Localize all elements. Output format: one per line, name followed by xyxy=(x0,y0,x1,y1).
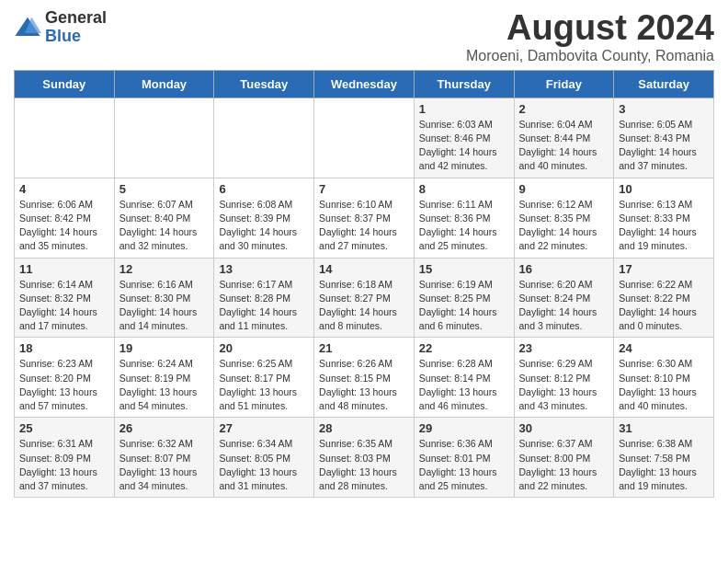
calendar-cell: 19Sunrise: 6:24 AM Sunset: 8:19 PM Dayli… xyxy=(114,338,214,418)
calendar-cell: 21Sunrise: 6:26 AM Sunset: 8:15 PM Dayli… xyxy=(314,338,415,418)
cell-info: Sunrise: 6:04 AM Sunset: 8:44 PM Dayligh… xyxy=(519,118,609,174)
day-number: 16 xyxy=(519,262,609,276)
calendar-cell xyxy=(15,98,115,178)
calendar-cell: 8Sunrise: 6:11 AM Sunset: 8:36 PM Daylig… xyxy=(414,178,514,258)
cell-info: Sunrise: 6:23 AM Sunset: 8:20 PM Dayligh… xyxy=(19,357,109,413)
cell-info: Sunrise: 6:28 AM Sunset: 8:14 PM Dayligh… xyxy=(419,357,509,413)
day-header-tuesday: Tuesday xyxy=(214,70,314,98)
logo-general: General xyxy=(45,9,107,28)
day-number: 14 xyxy=(319,262,409,276)
calendar-cell: 23Sunrise: 6:29 AM Sunset: 8:12 PM Dayli… xyxy=(514,338,614,418)
day-number: 22 xyxy=(419,341,509,355)
day-number: 13 xyxy=(219,262,309,276)
calendar-cell: 10Sunrise: 6:13 AM Sunset: 8:33 PM Dayli… xyxy=(614,178,714,258)
cell-info: Sunrise: 6:24 AM Sunset: 8:19 PM Dayligh… xyxy=(119,357,210,413)
day-number: 4 xyxy=(19,182,109,196)
calendar-cell: 15Sunrise: 6:19 AM Sunset: 8:25 PM Dayli… xyxy=(414,258,514,338)
day-number: 21 xyxy=(319,341,409,355)
calendar-cell xyxy=(314,98,415,178)
logo-text: General Blue xyxy=(45,9,107,46)
calendar-cell: 4Sunrise: 6:06 AM Sunset: 8:42 PM Daylig… xyxy=(15,178,115,258)
cell-info: Sunrise: 6:32 AM Sunset: 8:07 PM Dayligh… xyxy=(119,437,210,493)
calendar-cell: 5Sunrise: 6:07 AM Sunset: 8:40 PM Daylig… xyxy=(114,178,214,258)
cell-info: Sunrise: 6:14 AM Sunset: 8:32 PM Dayligh… xyxy=(19,278,109,334)
calendar-table: SundayMondayTuesdayWednesdayThursdayFrid… xyxy=(14,70,714,498)
day-header-sunday: Sunday xyxy=(15,70,115,98)
calendar-cell: 14Sunrise: 6:18 AM Sunset: 8:27 PM Dayli… xyxy=(314,258,415,338)
cell-info: Sunrise: 6:08 AM Sunset: 8:39 PM Dayligh… xyxy=(219,198,309,254)
cell-info: Sunrise: 6:13 AM Sunset: 8:33 PM Dayligh… xyxy=(619,198,709,254)
calendar-cell: 30Sunrise: 6:37 AM Sunset: 8:00 PM Dayli… xyxy=(514,418,614,498)
cell-info: Sunrise: 6:22 AM Sunset: 8:22 PM Dayligh… xyxy=(619,278,709,334)
calendar-cell: 22Sunrise: 6:28 AM Sunset: 8:14 PM Dayli… xyxy=(414,338,514,418)
cell-info: Sunrise: 6:25 AM Sunset: 8:17 PM Dayligh… xyxy=(219,357,309,413)
calendar-cell: 1Sunrise: 6:03 AM Sunset: 8:46 PM Daylig… xyxy=(414,98,514,178)
day-number: 29 xyxy=(419,421,509,435)
calendar-cell: 31Sunrise: 6:38 AM Sunset: 7:58 PM Dayli… xyxy=(614,418,714,498)
day-number: 1 xyxy=(419,102,509,116)
cell-info: Sunrise: 6:18 AM Sunset: 8:27 PM Dayligh… xyxy=(319,278,409,334)
day-number: 5 xyxy=(119,182,210,196)
day-header-monday: Monday xyxy=(114,70,214,98)
day-header-friday: Friday xyxy=(514,70,614,98)
day-number: 3 xyxy=(619,102,709,116)
day-number: 10 xyxy=(619,182,709,196)
cell-info: Sunrise: 6:16 AM Sunset: 8:30 PM Dayligh… xyxy=(119,278,210,334)
day-number: 15 xyxy=(419,262,509,276)
cell-info: Sunrise: 6:35 AM Sunset: 8:03 PM Dayligh… xyxy=(319,437,409,493)
calendar-cell: 7Sunrise: 6:10 AM Sunset: 8:37 PM Daylig… xyxy=(314,178,415,258)
calendar-cell: 2Sunrise: 6:04 AM Sunset: 8:44 PM Daylig… xyxy=(514,98,614,178)
day-number: 24 xyxy=(619,341,709,355)
day-header-wednesday: Wednesday xyxy=(314,70,415,98)
day-number: 2 xyxy=(519,102,609,116)
day-number: 9 xyxy=(519,182,609,196)
cell-info: Sunrise: 6:30 AM Sunset: 8:10 PM Dayligh… xyxy=(619,357,709,413)
cell-info: Sunrise: 6:12 AM Sunset: 8:35 PM Dayligh… xyxy=(519,198,609,254)
page-subtitle: Moroeni, Dambovita County, Romania xyxy=(466,48,714,64)
calendar-cell: 25Sunrise: 6:31 AM Sunset: 8:09 PM Dayli… xyxy=(15,418,115,498)
day-number: 20 xyxy=(219,341,309,355)
day-number: 8 xyxy=(419,182,509,196)
calendar-cell: 24Sunrise: 6:30 AM Sunset: 8:10 PM Dayli… xyxy=(614,338,714,418)
logo: General Blue xyxy=(14,9,107,46)
day-number: 28 xyxy=(319,421,409,435)
day-number: 7 xyxy=(319,182,409,196)
logo-icon xyxy=(14,14,41,41)
cell-info: Sunrise: 6:03 AM Sunset: 8:46 PM Dayligh… xyxy=(419,118,509,174)
day-number: 6 xyxy=(219,182,309,196)
day-header-thursday: Thursday xyxy=(414,70,514,98)
day-number: 25 xyxy=(19,421,109,435)
calendar-cell xyxy=(114,98,214,178)
cell-info: Sunrise: 6:31 AM Sunset: 8:09 PM Dayligh… xyxy=(19,437,109,493)
cell-info: Sunrise: 6:06 AM Sunset: 8:42 PM Dayligh… xyxy=(19,198,109,254)
cell-info: Sunrise: 6:38 AM Sunset: 7:58 PM Dayligh… xyxy=(619,437,709,493)
cell-info: Sunrise: 6:36 AM Sunset: 8:01 PM Dayligh… xyxy=(419,437,509,493)
logo-blue: Blue xyxy=(45,28,107,46)
cell-info: Sunrise: 6:26 AM Sunset: 8:15 PM Dayligh… xyxy=(319,357,409,413)
day-header-saturday: Saturday xyxy=(614,70,714,98)
calendar-cell: 28Sunrise: 6:35 AM Sunset: 8:03 PM Dayli… xyxy=(314,418,415,498)
calendar-cell: 17Sunrise: 6:22 AM Sunset: 8:22 PM Dayli… xyxy=(614,258,714,338)
calendar-cell: 29Sunrise: 6:36 AM Sunset: 8:01 PM Dayli… xyxy=(414,418,514,498)
cell-info: Sunrise: 6:20 AM Sunset: 8:24 PM Dayligh… xyxy=(519,278,609,334)
cell-info: Sunrise: 6:34 AM Sunset: 8:05 PM Dayligh… xyxy=(219,437,309,493)
day-number: 31 xyxy=(619,421,709,435)
cell-info: Sunrise: 6:05 AM Sunset: 8:43 PM Dayligh… xyxy=(619,118,709,174)
calendar-cell: 27Sunrise: 6:34 AM Sunset: 8:05 PM Dayli… xyxy=(214,418,314,498)
cell-info: Sunrise: 6:37 AM Sunset: 8:00 PM Dayligh… xyxy=(519,437,609,493)
calendar-cell: 26Sunrise: 6:32 AM Sunset: 8:07 PM Dayli… xyxy=(114,418,214,498)
header: General Blue August 2024 Moroeni, Dambov… xyxy=(14,9,714,64)
calendar-cell: 13Sunrise: 6:17 AM Sunset: 8:28 PM Dayli… xyxy=(214,258,314,338)
calendar-cell: 3Sunrise: 6:05 AM Sunset: 8:43 PM Daylig… xyxy=(614,98,714,178)
day-number: 23 xyxy=(519,341,609,355)
calendar-cell: 20Sunrise: 6:25 AM Sunset: 8:17 PM Dayli… xyxy=(214,338,314,418)
cell-info: Sunrise: 6:10 AM Sunset: 8:37 PM Dayligh… xyxy=(319,198,409,254)
day-number: 11 xyxy=(19,262,109,276)
cell-info: Sunrise: 6:19 AM Sunset: 8:25 PM Dayligh… xyxy=(419,278,509,334)
cell-info: Sunrise: 6:17 AM Sunset: 8:28 PM Dayligh… xyxy=(219,278,309,334)
cell-info: Sunrise: 6:07 AM Sunset: 8:40 PM Dayligh… xyxy=(119,198,210,254)
calendar-cell: 11Sunrise: 6:14 AM Sunset: 8:32 PM Dayli… xyxy=(15,258,115,338)
page-title: August 2024 xyxy=(466,9,714,48)
calendar-cell: 18Sunrise: 6:23 AM Sunset: 8:20 PM Dayli… xyxy=(15,338,115,418)
title-area: August 2024 Moroeni, Dambovita County, R… xyxy=(466,9,714,64)
